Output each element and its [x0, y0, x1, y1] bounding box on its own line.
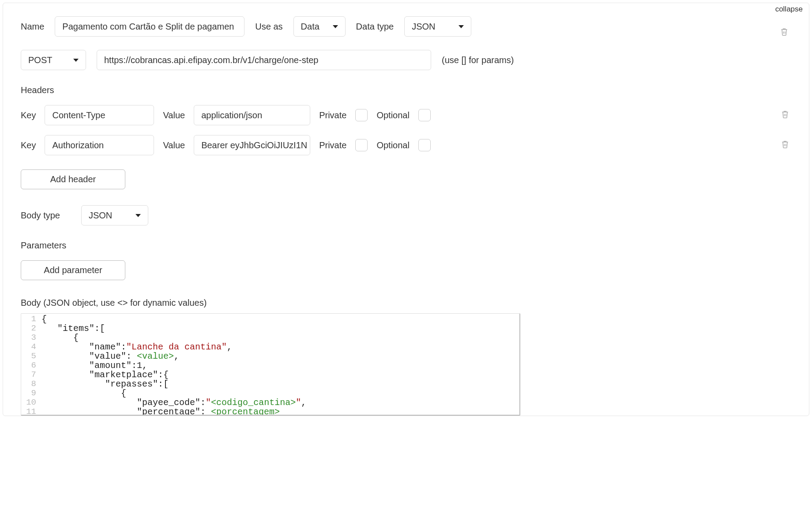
header-private-checkbox-1[interactable]: [355, 139, 368, 151]
add-parameter-button[interactable]: Add parameter: [21, 260, 125, 280]
body-json-editor[interactable]: 1234567891011 { "items":[ { "name":"Lanc…: [21, 313, 520, 416]
header-optional-checkbox-0[interactable]: [418, 109, 431, 121]
header-key-label: Key: [21, 140, 36, 150]
url-hint: (use [] for params): [442, 55, 514, 65]
chevron-down-icon: [135, 214, 141, 217]
datatype-label: Data type: [356, 22, 394, 32]
add-header-button[interactable]: Add header: [21, 169, 125, 189]
useas-select[interactable]: Data: [293, 16, 346, 37]
header-value-label: Value: [163, 110, 185, 120]
header-key-input-0[interactable]: Content-Type: [45, 105, 154, 125]
header-value-input-1[interactable]: Bearer eyJhbGciOiJIUzI1N: [194, 135, 310, 155]
body-label: Body (JSON object, use <> for dynamic va…: [21, 298, 791, 308]
url-input[interactable]: https://cobrancas.api.efipay.com.br/v1/c…: [97, 50, 431, 70]
header-optional-label: Optional: [376, 140, 410, 150]
name-input[interactable]: Pagamento com Cartão e Split de pagamen: [55, 16, 244, 37]
chevron-down-icon: [459, 25, 464, 28]
headers-title: Headers: [21, 85, 791, 95]
chevron-down-icon: [73, 59, 79, 62]
code-content[interactable]: { "items":[ { "name":"Lanche da cantina"…: [40, 314, 308, 415]
header-private-label: Private: [319, 140, 346, 150]
useas-value: Data: [301, 21, 320, 32]
method-value: POST: [28, 55, 52, 65]
header-key-label: Key: [21, 110, 36, 120]
header-value-label: Value: [163, 140, 185, 150]
datatype-select[interactable]: JSON: [404, 16, 471, 37]
name-label: Name: [21, 22, 44, 32]
header-value-input-0[interactable]: application/json: [194, 105, 310, 125]
useas-label: Use as: [255, 22, 282, 32]
header-private-label: Private: [319, 110, 346, 120]
bodytype-label: Body type: [21, 210, 60, 221]
header-optional-label: Optional: [376, 110, 410, 120]
chevron-down-icon: [333, 25, 338, 28]
bodytype-select[interactable]: JSON: [81, 205, 148, 225]
header-optional-checkbox-1[interactable]: [418, 139, 431, 151]
collapse-link[interactable]: collapse: [775, 5, 803, 14]
code-gutter: 1234567891011: [21, 314, 40, 415]
parameters-title: Parameters: [21, 240, 791, 251]
delete-header-icon[interactable]: [781, 109, 791, 121]
header-private-checkbox-0[interactable]: [355, 109, 368, 121]
api-connector-panel: collapse Name Pagamento com Cartão e Spl…: [3, 3, 809, 416]
datatype-value: JSON: [412, 21, 435, 32]
method-select[interactable]: POST: [21, 50, 86, 70]
bodytype-value: JSON: [89, 210, 112, 221]
delete-header-icon[interactable]: [781, 139, 791, 151]
header-key-input-1[interactable]: Authorization: [45, 135, 154, 155]
